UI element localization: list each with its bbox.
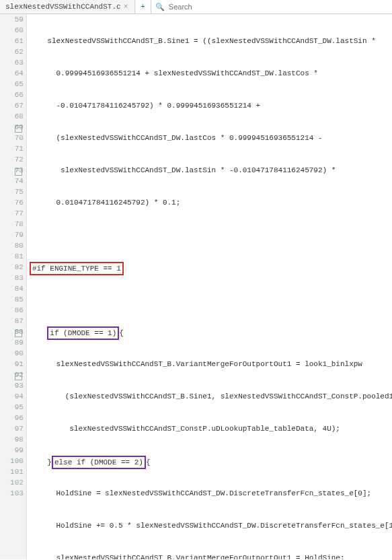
line-number: 81 (3, 251, 24, 262)
line-number: 61 (3, 36, 24, 46)
file-tab[interactable]: slexNestedVSSWithCCAndST.c × (0, 0, 135, 13)
code-line (30, 294, 389, 305)
line-number: 77 (3, 208, 24, 219)
line-number: 99 (3, 445, 24, 456)
line-number: 64 (3, 68, 24, 79)
code-line: HoldSine = slexNestedVSSWithCCAndST_DW.D… (30, 488, 389, 499)
tab-bar: slexNestedVSSWithCCAndST.c × + 🔍 (0, 0, 392, 14)
line-number: 71 (3, 143, 24, 154)
code-line (30, 230, 389, 240)
line-number: 94 (3, 391, 24, 402)
gutter: 59 60 61 62 63 64 65 66 67 68 − 69 70 71… (0, 14, 27, 559)
line-number: 70 (3, 133, 24, 143)
line-number: 59 (3, 14, 24, 25)
code-line: slexNestedVSSWithCCAndST_B.VariantMergeF… (30, 553, 389, 559)
line-number: 75 (3, 186, 24, 197)
line-number: 95 (3, 402, 24, 413)
line-number: 74 (3, 176, 24, 186)
close-icon[interactable]: × (124, 3, 128, 11)
code-line-highlighted: #if ENGINE_TYPE == 1 (30, 262, 389, 273)
line-number: 79 (3, 230, 24, 240)
line-number: 88 (3, 326, 24, 337)
line-number: 67 (3, 100, 24, 111)
line-number: 68 − (3, 111, 24, 122)
code-line: slexNestedVSSWithCCAndST_ConstP.uDLookup… (30, 423, 389, 434)
preprocessor-highlight: #if ENGINE_TYPE == 1 (30, 262, 124, 275)
line-number: 72 − (3, 154, 24, 165)
line-number: 63 (3, 57, 24, 68)
line-number: 92 (3, 370, 24, 380)
line-number: 98 (3, 434, 24, 445)
line-number: 85 (3, 294, 24, 305)
code-line: HoldSine += 0.5 * slexNestedVSSWithCCAnd… (30, 520, 389, 531)
line-number: 80 (3, 240, 24, 251)
line-number: 102 (3, 477, 24, 488)
code-line: 0.010471784116245792) * 0.1; (30, 197, 389, 208)
code-line: slexNestedVSSWithCCAndST_B.VariantMergeF… (30, 359, 389, 370)
code-line-highlighted: if (DMODE == 1){ (30, 326, 389, 337)
line-number: 103 (3, 488, 24, 499)
line-number: 60 (3, 25, 24, 36)
line-number: 96 (3, 413, 24, 423)
search-box[interactable]: 🔍 (151, 0, 268, 13)
line-number: 89 (3, 337, 24, 348)
line-number: 78 (3, 219, 24, 230)
line-number: 100 (3, 456, 24, 466)
code-line: (slexNestedVSSWithCCAndST_B.Sine1, slexN… (30, 391, 389, 402)
line-number: 62 (3, 46, 24, 57)
search-icon: 🔍 (155, 3, 165, 11)
code-line-highlighted: }else if (DMODE == 2){ (30, 456, 389, 466)
code-editor[interactable]: 59 60 61 62 63 64 65 66 67 68 − 69 70 71… (0, 14, 392, 559)
line-number: 91 − (3, 359, 24, 370)
tab-label: slexNestedVSSWithCCAndST.c (5, 3, 121, 11)
line-number: 84 (3, 283, 24, 294)
line-number: 69 (3, 122, 24, 133)
line-number: 83 (3, 273, 24, 283)
line-number: 90 (3, 348, 24, 359)
code-line: -0.010471784116245792) * 0.9999451693655… (30, 100, 389, 111)
line-number: 97 (3, 423, 24, 434)
condition-highlight: if (DMODE == 1) (47, 326, 119, 340)
line-number: 73 (3, 165, 24, 176)
code-line: (slexNestedVSSWithCCAndST_DW.lastCos * 0… (30, 133, 389, 143)
line-number: 101 (3, 466, 24, 477)
code-line: slexNestedVSSWithCCAndST_B.Sine1 = ((sle… (30, 36, 389, 46)
line-number: 66 (3, 90, 24, 100)
new-tab-button[interactable]: + (135, 0, 151, 13)
condition-highlight: else if (DMODE == 2) (52, 456, 146, 469)
line-number: 87 − (3, 316, 24, 326)
line-number: 82 (3, 262, 24, 273)
code-line: 0.99994516936551214 + slexNestedVSSWithC… (30, 68, 389, 79)
search-input[interactable] (167, 2, 264, 11)
line-number: 65 (3, 79, 24, 90)
code-line: slexNestedVSSWithCCAndST_DW.lastSin * -0… (30, 165, 389, 176)
line-number: 93 (3, 380, 24, 391)
line-number: 86 (3, 305, 24, 316)
line-number: 76 (3, 197, 24, 208)
code-area[interactable]: slexNestedVSSWithCCAndST_B.Sine1 = ((sle… (27, 14, 392, 559)
